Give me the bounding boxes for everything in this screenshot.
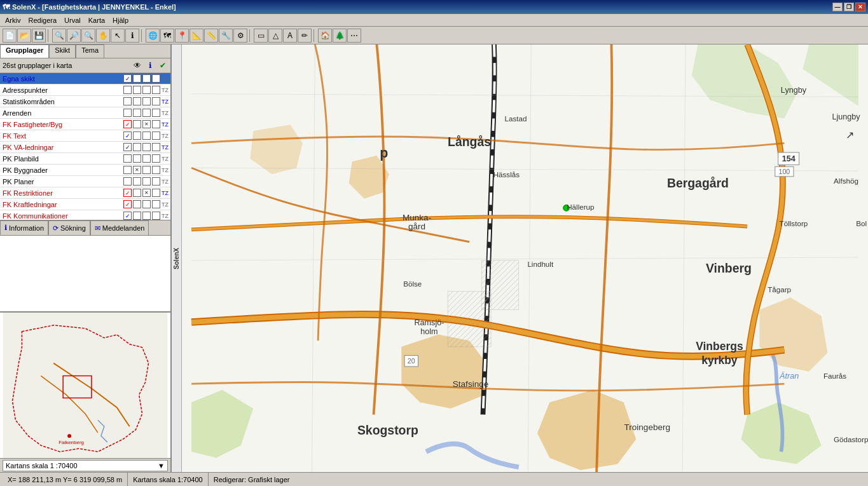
toolbar-draw2[interactable]: △	[268, 29, 282, 43]
check-green-icon[interactable]: ✔	[158, 60, 168, 71]
toolbar-house[interactable]: 🏠	[318, 29, 332, 43]
toolbar-info[interactable]: ℹ	[125, 29, 139, 43]
layer-item[interactable]: Statistikområden TZ	[0, 96, 170, 107]
layer-check[interactable]	[152, 86, 160, 94]
toolbar-draw1[interactable]: ▭	[254, 29, 268, 43]
layer-check[interactable]	[142, 154, 151, 163]
toolbar-save[interactable]: 💾	[32, 29, 46, 43]
layer-check[interactable]	[152, 154, 160, 163]
eye-icon[interactable]: 👁	[132, 60, 142, 71]
toolbar-search[interactable]: 🔍	[52, 29, 66, 43]
toolbar-new[interactable]: 📄	[3, 29, 17, 43]
close-button[interactable]: ✕	[855, 3, 865, 11]
layer-check[interactable]	[133, 109, 141, 117]
layer-check[interactable]	[142, 166, 151, 174]
layer-check[interactable]	[142, 177, 151, 186]
layer-check[interactable]	[123, 132, 132, 140]
tab-information[interactable]: ℹ Information	[0, 220, 48, 235]
tab-meddelanden[interactable]: ✉ Meddelanden	[90, 220, 149, 235]
toolbar-map3[interactable]: 📐	[189, 29, 203, 43]
tab-skikt[interactable]: Skikt	[49, 44, 76, 58]
layer-check[interactable]	[123, 120, 132, 128]
layer-check[interactable]	[142, 97, 151, 105]
layer-check[interactable]	[152, 109, 160, 117]
layer-check[interactable]	[142, 132, 151, 140]
layer-check[interactable]	[142, 189, 151, 197]
layer-check[interactable]	[123, 189, 132, 197]
scale-selector[interactable]: Kartans skala 1 :70400 ▼	[0, 458, 170, 472]
layer-check[interactable]	[123, 212, 132, 220]
layer-check[interactable]	[142, 74, 151, 83]
layer-check[interactable]	[152, 212, 160, 220]
tab-grupplager[interactable]: Grupplager	[0, 44, 49, 58]
layer-check[interactable]	[152, 177, 160, 186]
menu-karta[interactable]: Karta	[85, 15, 109, 25]
layer-item[interactable]: PK Byggnader TZ	[0, 165, 170, 176]
toolbar-map1[interactable]: 🗺	[160, 29, 174, 43]
layer-item[interactable]: FK Fastigheter/Byg TZ	[0, 119, 170, 130]
layer-item[interactable]: FK Text TZ	[0, 130, 170, 142]
layer-check[interactable]	[123, 154, 132, 163]
restore-button[interactable]: ❐	[844, 3, 854, 11]
layer-check[interactable]	[133, 97, 141, 105]
toolbar-map5[interactable]: 🔧	[219, 29, 233, 43]
layer-check[interactable]	[152, 143, 160, 151]
toolbar-draw4[interactable]: ✏	[298, 29, 312, 43]
map-viewport[interactable]: 154 100 20 99 117 ↗ Lastad Långås Lyngby…	[182, 44, 868, 472]
layer-item[interactable]: Egna skikt TZ	[0, 73, 170, 84]
layer-item[interactable]: PK Planbild TZ	[0, 153, 170, 165]
layer-check[interactable]	[133, 212, 141, 220]
layer-check[interactable]	[152, 74, 160, 83]
scale-input[interactable]: Kartans skala 1 :70400 ▼	[3, 460, 168, 471]
layer-item[interactable]: PK Planer TZ	[0, 176, 170, 187]
layer-check[interactable]	[152, 200, 160, 208]
layer-check[interactable]	[142, 200, 151, 208]
layer-check[interactable]	[142, 109, 151, 117]
toolbar-map6[interactable]: ⚙	[233, 29, 247, 43]
tab-sokning[interactable]: ⟳ Sökning	[48, 220, 90, 235]
layer-check[interactable]	[133, 200, 141, 208]
layer-check[interactable]	[123, 177, 132, 186]
layer-check[interactable]	[152, 189, 160, 197]
toolbar-map4[interactable]: 📏	[204, 29, 218, 43]
layer-check[interactable]	[133, 74, 141, 83]
info-icon[interactable]: ℹ	[145, 60, 155, 71]
menu-hjalp[interactable]: Hjälp	[109, 15, 132, 25]
layer-check[interactable]	[142, 143, 151, 151]
minimize-button[interactable]: —	[832, 3, 843, 11]
layer-item[interactable]: FK Restriktioner TZ	[0, 187, 170, 199]
layer-check[interactable]	[152, 97, 160, 105]
toolbar-globe[interactable]: 🌐	[146, 29, 160, 43]
layer-check[interactable]	[142, 212, 151, 220]
layer-check[interactable]	[152, 132, 160, 140]
layer-item[interactable]: FK Kommunikationer TZ	[0, 210, 170, 220]
menu-arkiv[interactable]: Arkiv	[1, 15, 24, 25]
layer-check[interactable]	[123, 143, 132, 151]
layer-check[interactable]	[133, 189, 141, 197]
toolbar-more[interactable]: ⋯	[347, 29, 361, 43]
layer-check[interactable]	[133, 132, 141, 140]
menu-urval[interactable]: Urval	[60, 15, 85, 25]
layer-check[interactable]	[123, 97, 132, 105]
layer-check[interactable]	[123, 86, 132, 94]
map-svg-element[interactable]: 154 100 20 99 117 ↗ Lastad Långås Lyngby…	[182, 44, 868, 472]
layer-check[interactable]	[142, 120, 151, 128]
toolbar-open[interactable]: 📂	[17, 29, 31, 43]
layer-item[interactable]: PK VA-ledningar TZ	[0, 142, 170, 153]
layer-item[interactable]: Arrenden TZ	[0, 107, 170, 119]
layer-check[interactable]	[133, 120, 141, 128]
tab-tema[interactable]: Tema	[76, 44, 104, 58]
layer-check[interactable]	[142, 86, 151, 94]
toolbar-map2[interactable]: 📍	[175, 29, 189, 43]
layer-check[interactable]	[133, 177, 141, 186]
menu-redigera[interactable]: Redigera	[24, 15, 60, 25]
toolbar-zoom-in[interactable]: 🔎	[67, 29, 81, 43]
toolbar-draw3[interactable]: A	[283, 29, 297, 43]
layer-item[interactable]: FK Kraftledningar TZ	[0, 199, 170, 210]
layer-check[interactable]	[133, 143, 141, 151]
layer-item[interactable]: Adresspunkter TZ	[0, 84, 170, 96]
layer-check[interactable]	[152, 166, 160, 174]
layer-check[interactable]	[123, 166, 132, 174]
toolbar-zoom-out[interactable]: 🔍	[81, 29, 95, 43]
map-area[interactable]: SolenX	[172, 44, 868, 472]
